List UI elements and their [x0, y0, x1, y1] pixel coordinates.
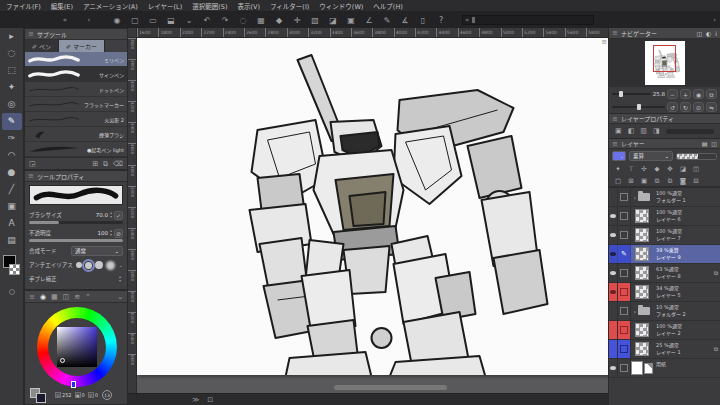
sv-marker[interactable]: [60, 358, 65, 363]
tone-effect-icon[interactable]: ◧: [628, 127, 635, 135]
menu-item[interactable]: 表示(V): [237, 1, 260, 11]
snap-ruler-icon[interactable]: ▧: [306, 16, 324, 25]
snap-special-ruler-icon[interactable]: ◪: [324, 16, 342, 25]
workspace-icon[interactable]: ◉: [108, 16, 126, 25]
enable-mask-icon[interactable]: ◪: [677, 165, 689, 173]
brush-list-item[interactable]: 煙薄ブラシ: [25, 127, 127, 142]
reference-layer-icon[interactable]: ⊤: [625, 165, 637, 173]
antialias-strong[interactable]: [106, 261, 115, 270]
scrollbar-thumb[interactable]: [334, 385, 447, 390]
layer-row[interactable]: ✎ › 100 %通常 レイヤー 6 ⧉: [609, 207, 720, 226]
layer-row[interactable]: ✎ › 100 %通常 レイヤー 2 ⧉: [609, 321, 720, 340]
information-icon[interactable]: i: [715, 30, 717, 37]
folder-expand-icon[interactable]: ›: [634, 308, 636, 315]
brush-size-value[interactable]: 70.0: [96, 212, 108, 218]
layer-color-icon[interactable]: ▥: [640, 127, 647, 135]
opacity-dynamics-button[interactable]: ⊘: [114, 229, 123, 238]
operation-tool[interactable]: ▸: [2, 28, 22, 45]
color-history-badge[interactable]: 13: [102, 390, 112, 400]
layer-visibility-toggle[interactable]: [609, 340, 618, 358]
frame-border-tool[interactable]: ▣: [2, 198, 22, 215]
fill-icon[interactable]: ◆: [270, 16, 288, 25]
add-subtool-icon[interactable]: ⊞: [92, 160, 98, 168]
brush-list-item[interactable]: ドットペン: [25, 82, 127, 97]
brush-list-item[interactable]: ●起毛ペン light: [25, 142, 127, 157]
layer-panel-tab[interactable]: レイヤー: [621, 139, 645, 148]
panel-menu-icon[interactable]: ≡: [612, 29, 618, 37]
switch-color-icon[interactable]: [9, 289, 15, 295]
layer-row[interactable]: ✎ › 100 %通常 フォルダー 1 ⧉: [609, 188, 720, 207]
collapse-icon[interactable]: ⌄: [117, 293, 123, 301]
approximate-color-tab[interactable]: ≋: [74, 293, 80, 301]
opacity-value[interactable]: 100: [97, 230, 108, 236]
layer-search-tab-icon[interactable]: ▤: [702, 140, 708, 147]
sub-color-chip[interactable]: [36, 393, 46, 403]
subtool-group-tab[interactable]: ✐ペン: [25, 40, 59, 52]
eyedropper-tool[interactable]: ◎: [2, 96, 22, 113]
layer-row[interactable]: ✎ › 63 %通常 レイヤー 8 ⧉: [609, 264, 720, 283]
ruler-tool[interactable]: ╱: [2, 181, 22, 198]
layer-row[interactable]: ✎ › 39 %乗算 レイヤー 9 ⧉: [609, 245, 720, 264]
gradient-tool[interactable]: ▤: [2, 232, 22, 249]
canvas-page[interactable]: [137, 38, 608, 375]
timeline-tab-icon[interactable]: ◫: [711, 140, 717, 147]
history-tab[interactable]: ⌃: [85, 293, 91, 301]
panel-menu-icon[interactable]: ≡: [28, 172, 34, 180]
subview-button[interactable]: ⧉: [706, 89, 717, 99]
color-slider-tab[interactable]: ◫: [63, 293, 70, 301]
brush-list-item[interactable]: ミリペン: [25, 52, 127, 67]
brush-size-stepper[interactable]: ▴▾: [110, 211, 112, 219]
pen-tool[interactable]: ✎: [2, 113, 22, 130]
layer-visibility-toggle[interactable]: [609, 207, 618, 225]
panel-menu-icon[interactable]: ≡: [612, 115, 618, 123]
merge-to-lower-icon[interactable]: ⧉: [664, 177, 676, 185]
layer-visibility-toggle[interactable]: [609, 245, 618, 263]
layer-row[interactable]: ✎ › 100 %通常 レイヤー 7 ⧉: [609, 226, 720, 245]
materials-collapse-icon[interactable]: «: [465, 16, 469, 24]
menu-item[interactable]: レイヤー(L): [148, 1, 183, 11]
create-mask-icon[interactable]: ◙: [677, 177, 689, 185]
paper-thumbnail[interactable]: [631, 361, 643, 375]
rotate-slider[interactable]: [612, 106, 665, 108]
new-vector-layer-icon[interactable]: ⊞: [625, 177, 637, 185]
subview-tab-icon[interactable]: ◫: [696, 30, 702, 37]
menu-item[interactable]: 編集(E): [51, 1, 73, 11]
blend-mode-select[interactable]: 通常⌄: [71, 246, 123, 256]
layer-row[interactable]: ✎ › 34 %通常 レイヤー 5 ⧉: [609, 283, 720, 302]
new-raster-layer-icon[interactable]: ▢: [612, 177, 624, 185]
reset-rotation-button[interactable]: ⊙: [693, 102, 704, 112]
materials-bar[interactable]: «: [462, 15, 594, 25]
layer-thumbnail[interactable]: [635, 342, 649, 356]
panel-menu-icon[interactable]: ≡: [28, 30, 34, 38]
opacity-stepper[interactable]: ▴▾: [110, 229, 112, 237]
menu-item[interactable]: アニメーション(A): [83, 1, 138, 11]
delete-subtool-icon[interactable]: ⌫: [113, 160, 123, 168]
folder-expand-icon[interactable]: ›: [634, 194, 636, 201]
zoom-in-button[interactable]: +: [680, 89, 691, 99]
layer-edit-indicator[interactable]: ✎: [618, 226, 631, 244]
subtool-group-tab[interactable]: ✐マーカー: [59, 40, 105, 52]
flip-view-icon[interactable]: ∡: [396, 16, 414, 25]
navigator-view-rectangle[interactable]: [653, 45, 676, 72]
layer-edit-indicator[interactable]: ✎: [618, 245, 631, 263]
expression-color-icon[interactable]: ◨: [653, 127, 660, 135]
new-folder-icon[interactable]: ▣: [638, 177, 650, 185]
redo-icon[interactable]: ↷: [216, 16, 234, 25]
antialias-none[interactable]: [76, 262, 82, 268]
zoom-slider[interactable]: [612, 93, 651, 95]
rotate-right-button[interactable]: ↻: [680, 102, 691, 112]
layer-visibility-toggle[interactable]: [609, 188, 618, 206]
rotate-canvas-icon[interactable]: ∠: [360, 16, 378, 25]
zoom-out-button[interactable]: −: [667, 89, 678, 99]
layer-edit-indicator[interactable]: ✎: [618, 359, 631, 377]
layer-visibility-toggle[interactable]: [609, 359, 618, 377]
modify-brush-icon[interactable]: ✎: [378, 16, 396, 25]
layer-blend-mode-select[interactable]: 乗算⌄: [629, 151, 673, 161]
border-effect-icon[interactable]: ▣: [615, 127, 622, 135]
undo-icon[interactable]: ↶: [198, 16, 216, 25]
layer-visibility-toggle[interactable]: [609, 321, 618, 339]
menu-item[interactable]: フィルター(I): [270, 1, 309, 11]
brush-size-dynamics-button[interactable]: ✓: [114, 211, 123, 220]
main-sub-color-chips[interactable]: [30, 388, 52, 403]
chevron-down-icon[interactable]: ⌄: [118, 262, 123, 268]
